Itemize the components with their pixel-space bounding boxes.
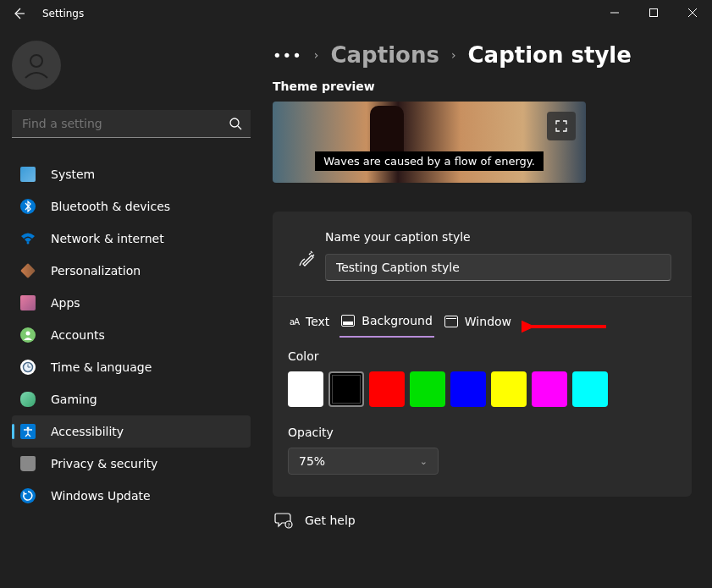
tab-window[interactable]: Window [443, 310, 513, 337]
chevron-down-icon: ⌄ [420, 456, 428, 467]
svg-point-8 [26, 332, 30, 336]
bluetooth-icon [20, 199, 36, 214]
breadcrumb-captions[interactable]: Captions [330, 42, 439, 68]
person-icon [20, 327, 36, 343]
color-swatch[interactable] [491, 371, 527, 407]
gamepad-icon [20, 392, 36, 407]
svg-rect-1 [650, 9, 658, 17]
sidebar-item-time[interactable]: Time & language [12, 351, 251, 383]
svg-point-4 [30, 55, 42, 67]
color-swatch[interactable] [369, 371, 405, 407]
search-icon [229, 117, 242, 134]
sidebar-item-privacy[interactable]: Privacy & security [12, 448, 251, 480]
sidebar-item-apps[interactable]: Apps [12, 287, 251, 319]
accessibility-icon [20, 424, 36, 439]
window-icon [444, 316, 458, 327]
clock-icon [20, 360, 36, 375]
svg-text:?: ? [287, 522, 290, 528]
caption-sample-text: Waves are caused by a flow of energy. [315, 151, 544, 171]
chevron-right-icon: › [451, 48, 456, 62]
search-input[interactable] [12, 110, 251, 138]
color-label: Color [288, 349, 676, 363]
svg-point-7 [27, 242, 30, 245]
svg-point-5 [230, 118, 239, 127]
tab-background[interactable]: Background [339, 309, 434, 338]
expand-preview-button[interactable] [547, 112, 576, 140]
sidebar-item-update[interactable]: Windows Update [12, 480, 251, 512]
caption-style-card: Name your caption style aA Text Backgrou… [273, 212, 692, 497]
close-button[interactable] [673, 0, 712, 25]
apps-icon [20, 295, 36, 310]
color-swatch[interactable] [288, 371, 323, 407]
theme-preview: Waves are caused by a flow of energy. [273, 102, 586, 183]
opacity-label: Opacity [288, 426, 676, 439]
paintbrush-icon [20, 263, 36, 278]
update-icon [20, 488, 36, 503]
minimize-button[interactable] [595, 0, 634, 25]
tab-text[interactable]: aA Text [288, 310, 331, 337]
svg-point-12 [27, 427, 30, 430]
breadcrumb: ••• › Captions › Caption style [273, 42, 692, 68]
sidebar-item-network[interactable]: Network & internet [12, 223, 251, 255]
wifi-icon [20, 231, 36, 246]
color-swatch[interactable] [532, 371, 567, 407]
color-swatch[interactable] [328, 371, 364, 407]
sidebar-item-accounts[interactable]: Accounts [12, 319, 251, 351]
svg-line-6 [238, 126, 241, 129]
color-swatches [288, 371, 676, 407]
style-name-input[interactable] [325, 254, 671, 281]
breadcrumb-current: Caption style [468, 42, 632, 68]
get-help-link[interactable]: ? Get help [273, 497, 692, 529]
stylize-icon [288, 230, 325, 269]
help-icon: ? [274, 512, 293, 529]
sidebar-item-accessibility[interactable]: Accessibility [12, 415, 251, 448]
theme-preview-label: Theme preview [273, 80, 692, 93]
background-icon [341, 315, 355, 327]
window-title: Settings [42, 8, 84, 19]
color-swatch[interactable] [450, 371, 486, 407]
color-swatch[interactable] [410, 371, 445, 407]
back-button[interactable] [12, 7, 25, 20]
text-icon: aA [290, 317, 299, 327]
opacity-select[interactable]: 75% ⌄ [288, 448, 439, 475]
sidebar-item-bluetooth[interactable]: Bluetooth & devices [12, 190, 251, 223]
user-avatar[interactable] [12, 41, 61, 90]
breadcrumb-overflow[interactable]: ••• [273, 47, 302, 64]
sidebar-item-system[interactable]: System [12, 158, 251, 190]
search-input-wrapper [12, 110, 251, 138]
chevron-right-icon: › [314, 48, 319, 62]
color-swatch[interactable] [572, 371, 608, 407]
maximize-button[interactable] [634, 0, 673, 25]
sidebar-item-personalization[interactable]: Personalization [12, 255, 251, 287]
monitor-icon [20, 167, 36, 182]
name-style-label: Name your caption style [325, 230, 671, 244]
sidebar-item-gaming[interactable]: Gaming [12, 383, 251, 415]
shield-icon [20, 456, 36, 471]
